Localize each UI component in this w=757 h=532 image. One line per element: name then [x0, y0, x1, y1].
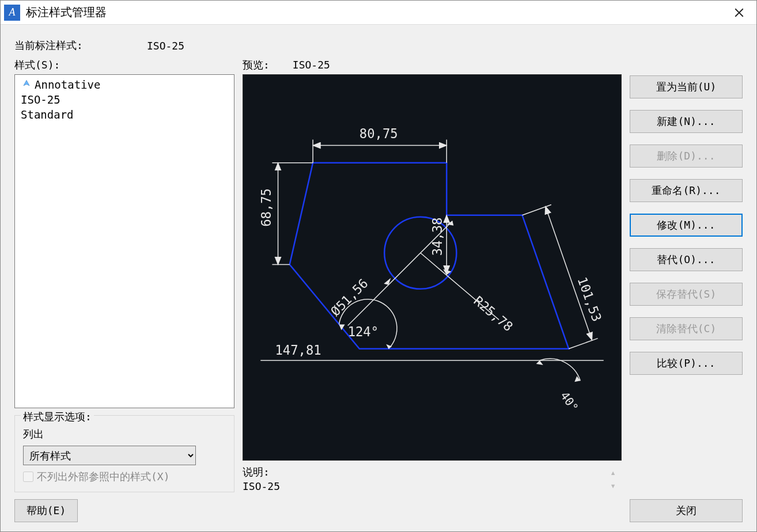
compare-button[interactable]: 比较(P)...	[630, 352, 743, 375]
right-buttons-column: 置为当前(U) 新建(N)... 删除(D)... 重命名(R)... 修改(M…	[630, 58, 743, 492]
annotative-icon	[21, 79, 32, 90]
titlebar: A 标注样式管理器	[1, 1, 756, 25]
current-style-label: 当前标注样式:	[14, 39, 141, 52]
svg-line-18	[546, 207, 592, 340]
chevron-down-icon[interactable]: ▾	[610, 480, 616, 491]
preview-panel: 80,75 68,75 34,38 Ø51,56	[243, 74, 622, 461]
list-filter-combo[interactable]: 所有样式	[23, 446, 196, 465]
bottom-row: 帮助(E) 关闭	[1, 499, 756, 531]
close-icon[interactable]	[728, 1, 751, 24]
list-item[interactable]: ISO-25	[18, 92, 230, 107]
description-label: 说明:	[243, 465, 599, 479]
rename-button[interactable]: 重命名(R)...	[630, 179, 743, 202]
description-scroll[interactable]: ▴ ▾	[604, 465, 622, 492]
modify-button[interactable]: 修改(M)...	[630, 214, 743, 237]
set-current-button[interactable]: 置为当前(U)	[630, 75, 743, 98]
preview-label: 预览:	[243, 58, 270, 72]
description-block: 说明: ISO-25 ▴ ▾	[243, 465, 622, 492]
svg-text:40°: 40°	[558, 389, 581, 415]
close-button[interactable]: 关闭	[630, 499, 743, 522]
dialog-content: 当前标注样式: ISO-25 样式(S): Annotative ISO-25 …	[1, 25, 756, 499]
preview-header: 预览: ISO-25	[243, 58, 622, 72]
dimension-style-manager-dialog: A 标注样式管理器 当前标注样式: ISO-25 样式(S): Annotati…	[0, 0, 757, 532]
window-title: 标注样式管理器	[26, 5, 728, 20]
styles-label: 样式(S):	[14, 58, 234, 72]
help-button[interactable]: 帮助(E)	[14, 499, 78, 522]
svg-text:147,81: 147,81	[275, 343, 321, 358]
styles-list[interactable]: Annotative ISO-25 Standard	[14, 74, 234, 408]
svg-text:101,53: 101,53	[575, 275, 605, 324]
exclude-xref-checkbox[interactable]	[23, 472, 33, 482]
svg-line-20	[569, 339, 597, 349]
svg-line-11	[348, 221, 453, 326]
list-item[interactable]: Standard	[18, 107, 230, 122]
list-filter-label: 列出	[23, 427, 226, 441]
list-item[interactable]: Annotative	[18, 77, 230, 92]
description-value: ISO-25	[243, 480, 599, 492]
svg-text:124°: 124°	[348, 324, 378, 339]
svg-text:Ø51,56: Ø51,56	[328, 276, 371, 319]
svg-text:68,75: 68,75	[259, 188, 274, 227]
chevron-up-icon[interactable]: ▴	[610, 467, 616, 478]
delete-button: 删除(D)...	[630, 145, 743, 168]
clear-override-button: 清除替代(C)	[630, 317, 743, 340]
main-row: 样式(S): Annotative ISO-25 Standard 样式显示选项…	[14, 58, 743, 492]
svg-text:R25,78: R25,78	[471, 293, 516, 334]
current-style-value: ISO-25	[147, 40, 184, 52]
list-item-label: ISO-25	[21, 92, 60, 107]
display-options-group: 样式显示选项: 列出 所有样式 不列出外部参照中的样式(X)	[14, 415, 234, 492]
override-button[interactable]: 替代(O)...	[630, 248, 743, 271]
middle-column: 预览: ISO-25	[243, 58, 622, 492]
preview-style-name: ISO-25	[293, 59, 330, 71]
svg-text:80,75: 80,75	[359, 126, 398, 141]
preview-drawing: 80,75 68,75 34,38 Ø51,56	[243, 75, 621, 460]
save-override-button: 保存替代(S)	[630, 283, 743, 306]
new-button[interactable]: 新建(N)...	[630, 110, 743, 133]
left-column: 样式(S): Annotative ISO-25 Standard 样式显示选项…	[14, 58, 234, 492]
app-icon: A	[4, 5, 20, 21]
current-style-row: 当前标注样式: ISO-25	[14, 39, 743, 52]
list-item-label: Standard	[21, 107, 74, 122]
list-item-label: Annotative	[35, 77, 100, 92]
exclude-xref-label: 不列出外部参照中的样式(X)	[37, 470, 170, 484]
exclude-xref-checkbox-row[interactable]: 不列出外部参照中的样式(X)	[23, 470, 226, 484]
display-options-title: 样式显示选项:	[21, 410, 94, 424]
